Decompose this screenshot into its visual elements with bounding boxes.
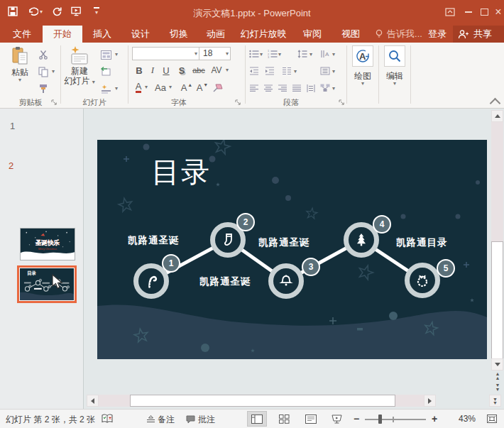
drawing-menu-button[interactable]: A 绘图 ▾ <box>348 45 378 87</box>
collapse-ribbon-icon[interactable] <box>491 99 499 107</box>
close-button[interactable]: × <box>491 4 504 20</box>
previous-slide-button[interactable]: ▲▲ <box>493 372 502 380</box>
customize-qat-icon[interactable]: ▾ <box>91 6 102 17</box>
align-text-dropdown-icon[interactable]: ▾ <box>332 69 335 75</box>
bold-button[interactable]: B <box>133 64 145 77</box>
align-right-button[interactable] <box>277 82 288 94</box>
change-case-dropdown-icon[interactable]: ▾ <box>169 84 172 90</box>
share-button[interactable]: 共享 <box>469 26 497 43</box>
minimize-button[interactable] <box>461 4 476 20</box>
layout-dropdown-icon[interactable]: ▾ <box>115 52 118 57</box>
slide-canvas[interactable]: 目录 <box>97 140 487 359</box>
tab-design[interactable]: 设计 <box>124 26 158 43</box>
numbering-button[interactable]: 123 <box>267 48 278 60</box>
ribbon-display-options-button[interactable] <box>443 4 457 20</box>
distribute-columns-button[interactable] <box>305 82 317 94</box>
vscroll-up-button[interactable] <box>491 110 503 122</box>
tab-animations[interactable]: 动画 <box>199 26 233 43</box>
convert-smartart-button[interactable] <box>319 82 331 94</box>
hscroll-thumb[interactable] <box>130 395 395 407</box>
increase-indent-button[interactable] <box>264 65 275 77</box>
section-button[interactable] <box>99 82 112 95</box>
justify-button[interactable] <box>291 82 302 94</box>
start-slideshow-icon[interactable] <box>71 6 82 17</box>
slide-1-thumbnail[interactable]: 圣诞快乐 Merry Christmas <box>20 228 75 260</box>
bullets-button[interactable] <box>248 48 260 60</box>
repeat-icon[interactable] <box>51 6 62 17</box>
hscroll-right-button[interactable] <box>424 395 436 407</box>
section-dropdown-icon[interactable]: ▾ <box>115 86 118 92</box>
change-case-button[interactable]: Aa <box>153 81 168 94</box>
line-spacing-dropdown-icon[interactable]: ▾ <box>309 52 312 57</box>
reading-view-button[interactable] <box>301 411 321 427</box>
text-direction-dropdown-icon[interactable]: ▾ <box>332 52 335 57</box>
cut-button[interactable] <box>37 48 50 61</box>
node-label-3[interactable]: 凯路通圣诞 <box>199 275 251 288</box>
align-left-button[interactable] <box>248 82 260 94</box>
paragraph-dialog-launcher[interactable] <box>339 99 346 106</box>
font-dialog-launcher[interactable] <box>235 99 242 106</box>
maximize-button[interactable] <box>477 4 491 20</box>
undo-icon[interactable] <box>27 6 38 17</box>
grow-font-button[interactable]: A▲ <box>180 81 193 94</box>
zoom-in-button[interactable]: + <box>432 413 437 424</box>
vscroll-down-button[interactable] <box>491 358 503 371</box>
spell-check-icon[interactable] <box>102 414 113 424</box>
comments-button[interactable]: 批注 <box>198 414 215 426</box>
hscroll-left-button[interactable] <box>87 395 99 407</box>
diagram-node-3[interactable] <box>268 263 304 299</box>
format-painter-button[interactable] <box>37 82 50 95</box>
node-label-4[interactable]: 凯路通目录 <box>396 236 448 249</box>
diagram-node-5[interactable] <box>405 263 440 298</box>
italic-button[interactable]: I <box>148 64 158 77</box>
node-label-1[interactable]: 凯路通圣诞 <box>128 234 180 247</box>
zoom-out-button[interactable]: − <box>354 413 359 424</box>
zoom-slider-thumb[interactable] <box>378 415 382 424</box>
columns-button[interactable] <box>281 65 292 77</box>
smartart-dropdown-icon[interactable]: ▾ <box>332 86 335 92</box>
slideshow-view-button[interactable] <box>327 411 346 427</box>
zoom-track[interactable] <box>365 419 426 420</box>
reset-slide-button[interactable] <box>99 65 112 78</box>
new-slide-button[interactable]: 新建 幻灯片 ▾ <box>62 45 97 86</box>
underline-button[interactable]: U <box>160 64 172 77</box>
sign-in-button[interactable]: 登录 <box>424 26 450 43</box>
slide-title[interactable]: 目录 <box>151 155 211 188</box>
copy-dropdown-icon[interactable]: ▾ <box>52 69 55 75</box>
editing-menu-button[interactable]: 编辑 ▾ <box>380 45 410 87</box>
tell-me-box[interactable]: 告诉我... <box>385 26 424 43</box>
slide-layout-button[interactable] <box>99 48 112 61</box>
align-text-button[interactable] <box>319 65 331 77</box>
line-spacing-button[interactable] <box>297 48 308 60</box>
tab-file[interactable]: 文件 <box>4 26 40 43</box>
node-label-2[interactable]: 凯路通圣诞 <box>258 236 310 249</box>
tab-insert[interactable]: 插入 <box>85 26 119 43</box>
shrink-font-button[interactable]: A▼ <box>196 81 209 94</box>
notes-button[interactable]: 备注 <box>158 414 175 426</box>
paste-button[interactable]: 粘贴 ▾ <box>4 45 35 83</box>
tab-transitions[interactable]: 切换 <box>162 26 196 43</box>
node-badge-3[interactable]: 3 <box>302 258 320 276</box>
font-color-button[interactable]: A <box>133 81 143 94</box>
node-badge-4[interactable]: 4 <box>373 215 391 234</box>
clipboard-dialog-launcher[interactable] <box>51 99 58 106</box>
tab-slideshow[interactable]: 幻灯片放映 <box>236 26 291 43</box>
save-icon[interactable] <box>7 6 18 17</box>
next-slide-button[interactable]: ▼▼ <box>493 383 502 392</box>
character-spacing-button[interactable]: AV <box>209 64 224 77</box>
node-badge-2[interactable]: 2 <box>236 213 255 231</box>
clear-formatting-button[interactable] <box>212 82 224 94</box>
copy-button[interactable] <box>37 65 50 78</box>
slide-2-thumbnail[interactable]: 目录 <box>17 265 77 303</box>
undo-dropdown-icon[interactable]: ▾ <box>40 9 43 15</box>
fit-slide-to-window-button[interactable] <box>486 413 498 424</box>
text-direction-button[interactable]: A <box>319 48 331 60</box>
align-center-button[interactable] <box>263 82 274 94</box>
tab-review[interactable]: 审阅 <box>295 26 329 43</box>
slide-sorter-view-button[interactable] <box>274 411 294 427</box>
zoom-level[interactable]: 43% <box>450 414 476 424</box>
numbering-dropdown-icon[interactable]: ▾ <box>278 52 281 57</box>
decrease-indent-button[interactable] <box>248 65 260 77</box>
tab-view[interactable]: 视图 <box>334 26 368 43</box>
font-color-dropdown-icon[interactable]: ▾ <box>145 84 148 90</box>
